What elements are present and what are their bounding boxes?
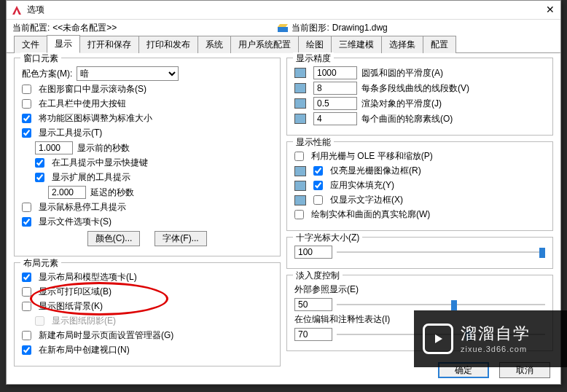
lbl-raster-pan: 利用光栅与 OLE 平移和缩放(P) bbox=[311, 150, 433, 162]
chk-scrollbars[interactable] bbox=[22, 85, 31, 94]
chk-raster-frame[interactable] bbox=[313, 166, 323, 176]
input-crosshair-size[interactable] bbox=[294, 246, 332, 259]
app-logo-icon bbox=[11, 4, 23, 16]
lbl-segments: 每条多段线曲线的线段数(V) bbox=[361, 82, 469, 95]
chk-raster-pan[interactable] bbox=[294, 152, 304, 161]
close-button[interactable]: ✕ bbox=[546, 4, 555, 15]
chk-shortcut-in-tip[interactable] bbox=[35, 158, 44, 168]
colors-button[interactable]: 颜色(C)... bbox=[87, 231, 140, 246]
tab-system[interactable]: 系统 bbox=[198, 36, 231, 53]
chk-ext-tooltip[interactable] bbox=[35, 173, 44, 182]
lbl-inplace-fade: 在位编辑和注释性表达(I) bbox=[294, 313, 390, 326]
lbl-ribbon-std: 将功能区图标调整为标准大小 bbox=[39, 112, 152, 125]
play-icon bbox=[423, 324, 453, 354]
chk-text-frame[interactable] bbox=[313, 195, 323, 205]
current-profile-label: 当前配置: bbox=[12, 22, 50, 34]
swatch-icon bbox=[294, 181, 306, 191]
input-ext-tooltip-delay[interactable] bbox=[48, 186, 86, 199]
swatch-icon bbox=[294, 98, 306, 109]
swatch-icon bbox=[294, 114, 306, 124]
tab-drafting[interactable]: 绘图 bbox=[298, 36, 332, 53]
legend-layout-elements: 布局元素 bbox=[20, 257, 61, 270]
profile-row: 当前配置: <<未命名配置>> 当前图形: Drawing1.dwg bbox=[7, 20, 560, 36]
current-profile-value: <<未命名配置>> bbox=[52, 22, 117, 34]
current-drawing-label: 当前图形: bbox=[292, 22, 329, 34]
tab-open-save[interactable]: 打开和保存 bbox=[79, 36, 139, 53]
input-segments[interactable] bbox=[313, 82, 357, 95]
swatch-icon bbox=[294, 83, 306, 93]
lbl-file-tabs: 显示文件选项卡(S) bbox=[39, 216, 112, 228]
input-tooltip-seconds[interactable] bbox=[35, 141, 73, 154]
lbl-layout-tabs: 显示布局和模型选项卡(L) bbox=[39, 271, 137, 283]
swatch-icon bbox=[294, 68, 306, 78]
input-render-smooth[interactable] bbox=[313, 97, 357, 110]
legend-crosshair: 十字光标大小(Z) bbox=[293, 232, 362, 244]
legend-performance: 显示性能 bbox=[293, 136, 334, 149]
tab-plot[interactable]: 打印和发布 bbox=[138, 36, 198, 53]
group-layout-elements: 布局元素 显示布局和模型选项卡(L) 显示可打印区域(B) 显示图纸背景(K) … bbox=[14, 262, 281, 366]
swatch-icon bbox=[294, 166, 306, 176]
lbl-tooltips: 显示工具提示(T) bbox=[39, 127, 102, 139]
lbl-render-smooth: 渲染对象的平滑度(J) bbox=[361, 98, 442, 110]
lbl-big-buttons: 在工具栏中使用大按钮 bbox=[39, 98, 126, 110]
chk-tooltips[interactable] bbox=[22, 128, 31, 138]
group-crosshair: 十字光标大小(Z) bbox=[286, 237, 553, 269]
tab-file[interactable]: 文件 bbox=[14, 36, 47, 53]
group-performance: 显示性能 利用光栅与 OLE 平移和缩放(P) 仅亮显光栅图像边框(R) 应用实… bbox=[286, 141, 553, 231]
input-inplace-fade[interactable] bbox=[294, 328, 332, 341]
lbl-paper-bg: 显示图纸背景(K) bbox=[39, 300, 103, 313]
watermark-text: 溜溜自学 bbox=[461, 324, 531, 345]
color-scheme-label: 配色方案(M): bbox=[22, 68, 72, 80]
group-window-elements: 窗口元素 配色方案(M): 暗 在图形窗口中显示滚动条(S) 在工具栏中使用大按… bbox=[14, 58, 281, 256]
chk-silhouette[interactable] bbox=[294, 210, 304, 219]
tab-strip: 文件 显示 打开和保存 打印和发布 系统 用户系统配置 绘图 三维建模 选择集 … bbox=[7, 36, 560, 53]
drawing-icon bbox=[277, 23, 289, 33]
chk-printable-area[interactable] bbox=[22, 287, 31, 297]
fonts-button[interactable]: 字体(F)... bbox=[155, 231, 207, 246]
chk-solid-fill[interactable] bbox=[313, 181, 323, 190]
watermark-url: zixue.3d66.com bbox=[461, 344, 531, 354]
input-arc-smooth[interactable] bbox=[313, 66, 357, 79]
dialog-title: 选项 bbox=[27, 4, 44, 16]
legend-window-elements: 窗口元素 bbox=[20, 52, 61, 65]
lbl-text-frame: 仅显示文字边框(X) bbox=[330, 194, 403, 206]
input-contour[interactable] bbox=[313, 112, 357, 125]
legend-fade: 淡入度控制 bbox=[293, 270, 343, 282]
tab-selection[interactable]: 选择集 bbox=[381, 36, 423, 53]
color-scheme-select[interactable]: 暗 bbox=[77, 66, 179, 81]
chk-page-setup-mgr[interactable] bbox=[22, 331, 31, 340]
chk-layout-tabs[interactable] bbox=[22, 273, 31, 282]
lbl-scrollbars: 在图形窗口中显示滚动条(S) bbox=[39, 83, 146, 95]
lbl-silhouette: 绘制实体和曲面的真实轮廓(W) bbox=[311, 208, 430, 221]
tab-user[interactable]: 用户系统配置 bbox=[230, 36, 299, 53]
lbl-hover-tip: 显示鼠标悬停工具提示 bbox=[39, 201, 126, 213]
lbl-ext-tooltip-delay: 延迟的秒数 bbox=[90, 187, 134, 199]
lbl-shortcut-in-tip: 在工具提示中显示快捷键 bbox=[52, 157, 148, 169]
lbl-arc-smooth: 圆弧和圆的平滑度(A) bbox=[361, 67, 443, 79]
chk-paper-bg[interactable] bbox=[22, 302, 31, 311]
svg-rect-0 bbox=[278, 27, 288, 32]
lbl-tooltip-seconds: 显示前的秒数 bbox=[77, 142, 130, 154]
lbl-printable-area: 显示可打印区域(B) bbox=[39, 286, 112, 298]
slider-xref-fade[interactable] bbox=[337, 299, 545, 310]
chk-file-tabs[interactable] bbox=[22, 217, 31, 227]
lbl-paper-shadow: 显示图纸阴影(E) bbox=[52, 315, 116, 327]
chk-ribbon-std[interactable] bbox=[22, 114, 31, 123]
chk-paper-shadow bbox=[35, 316, 44, 326]
chk-big-buttons[interactable] bbox=[22, 99, 31, 109]
lbl-xref-fade: 外部参照显示(E) bbox=[294, 283, 359, 296]
tab-display[interactable]: 显示 bbox=[47, 35, 80, 53]
input-xref-fade[interactable] bbox=[294, 298, 332, 311]
watermark: 溜溜自学 zixue.3d66.com bbox=[414, 310, 567, 367]
lbl-ext-tooltip: 显示扩展的工具提示 bbox=[52, 171, 130, 184]
tab-3d[interactable]: 三维建模 bbox=[331, 36, 382, 53]
chk-hover-tip[interactable] bbox=[22, 203, 31, 212]
slider-crosshair[interactable] bbox=[337, 246, 545, 258]
lbl-raster-frame: 仅亮显光栅图像边框(R) bbox=[330, 165, 421, 177]
lbl-create-viewport: 在新布局中创建视口(N) bbox=[39, 344, 130, 356]
legend-precision: 显示精度 bbox=[293, 52, 334, 65]
titlebar: 选项 ✕ bbox=[7, 1, 560, 20]
lbl-contour: 每个曲面的轮廓素线(O) bbox=[361, 113, 453, 125]
chk-create-viewport[interactable] bbox=[22, 345, 31, 355]
tab-profiles[interactable]: 配置 bbox=[423, 36, 456, 53]
